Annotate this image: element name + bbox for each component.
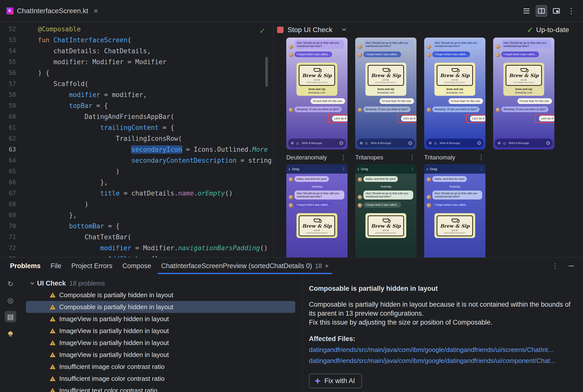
- brand-title: Brew & Sip: [438, 73, 471, 78]
- affected-file-link[interactable]: datingandfriends/src/main/java/com/ibm/g…: [309, 356, 573, 365]
- problem-row[interactable]: !Insufficient text color contrast ratio: [26, 384, 295, 392]
- code-line[interactable]: 53fun ChatInterfaceScreen(: [0, 34, 273, 46]
- chevron-down-icon[interactable]: [342, 27, 346, 31]
- emoji-icon[interactable]: ☺: [296, 141, 300, 145]
- back-icon[interactable]: ‹: [426, 166, 428, 172]
- code-line[interactable]: 60 DatingAndFriendsAppBar(: [0, 111, 273, 122]
- code-line[interactable]: 69 },: [0, 210, 273, 220]
- preview-frame-icon[interactable]: [551, 5, 562, 17]
- code-line[interactable]: 67 title = chatDetails.name.orEmpty(): [0, 188, 273, 199]
- panel-tab[interactable]: Project Errors: [67, 258, 118, 274]
- code-line[interactable]: 72 modifier = Modifier.navigationBarsPad…: [0, 242, 273, 254]
- camera-icon[interactable]: [409, 141, 412, 145]
- minimize-icon[interactable]: [568, 266, 574, 266]
- split-editor-icon[interactable]: [536, 5, 547, 17]
- message-input-bar[interactable]: ⊕☺Write A Message: [357, 138, 415, 148]
- preview-phone[interactable]: ‹Greg⋮Haha, next time for sure!Yesterday…: [355, 164, 416, 258]
- problem-row[interactable]: !Insufficient image color contrast ratio: [26, 361, 295, 372]
- line-number: 69: [0, 210, 16, 220]
- preview-phone[interactable]: Hey! Should we go to that cafe you menti…: [424, 38, 485, 150]
- fix-with-ai-button[interactable]: Fix with AI: [309, 374, 362, 388]
- camera-icon[interactable]: [340, 141, 343, 145]
- kebab-menu-icon[interactable]: ⋮: [478, 154, 485, 161]
- preview-eye-icon[interactable]: ◎: [5, 294, 16, 306]
- code-line[interactable]: 55 modifier: Modifier = Modifier: [0, 56, 273, 68]
- problem-row[interactable]: !ImageView is partially hidden in layout: [26, 313, 295, 325]
- code-line[interactable]: 59 topBar = {: [0, 100, 273, 111]
- panel-tab[interactable]: File: [46, 258, 67, 274]
- message-input-bar[interactable]: ⊕☺Write A Message: [495, 138, 553, 148]
- code-line[interactable]: 62 TrailingIconsRow(: [0, 133, 273, 144]
- emoji-icon[interactable]: ☺: [503, 141, 506, 145]
- tree-group-header[interactable]: UI Check 18 problems: [21, 278, 302, 289]
- code-line[interactable]: 61 trailingContent = {: [0, 122, 273, 133]
- details-view-icon[interactable]: ▤: [5, 311, 16, 322]
- message-input-bar[interactable]: ⊕☺Write A Message: [288, 138, 346, 148]
- code-line[interactable]: 68 ): [0, 199, 273, 210]
- problem-row[interactable]: !ImageView is partially hidden in layout: [26, 325, 295, 337]
- refresh-icon[interactable]: ↻: [5, 278, 16, 290]
- problem-row[interactable]: !ImageView is partially hidden in layout: [26, 337, 295, 349]
- back-icon[interactable]: ‹: [358, 166, 359, 172]
- plus-icon[interactable]: ⊕: [498, 141, 501, 145]
- code-line[interactable]: 54 chatDetails: ChatDetails,: [0, 46, 273, 56]
- preview-label-text: Tritanopes: [355, 154, 383, 161]
- code-token: = {: [92, 102, 108, 110]
- tab-close-icon[interactable]: ×: [325, 262, 329, 270]
- lightbulb-icon[interactable]: [5, 327, 16, 339]
- affected-file-link[interactable]: datingandfriends/src/main/java/com/ibm/g…: [309, 345, 573, 354]
- collapse-chevron-icon[interactable]: [30, 280, 34, 284]
- chat-message-hidden: Let's do it!: [493, 116, 554, 122]
- code-line[interactable]: 70 bottomBar = {: [0, 220, 273, 232]
- problem-row[interactable]: !Composable is partially hidden in layou…: [26, 289, 295, 301]
- structure-icon[interactable]: [521, 5, 532, 17]
- plus-icon[interactable]: ⊕: [429, 141, 432, 145]
- kebab-menu-icon[interactable]: ⋮: [340, 154, 348, 161]
- panel-tab[interactable]: Problems: [5, 258, 46, 274]
- code-line[interactable]: 71 ChatTextBar(: [0, 232, 273, 242]
- problem-row[interactable]: !ImageView is partially hidden in layout: [26, 349, 295, 361]
- kebab-menu-icon[interactable]: ⋮: [411, 167, 414, 171]
- preview-phone[interactable]: ‹Greg⋮Haha, next time for sure!Yesterday…: [286, 164, 348, 258]
- stop-ui-check-button[interactable]: Stop UI Check: [277, 26, 346, 34]
- code-editor[interactable]: 52@Composable53fun ChatInterfaceScreen(5…: [0, 22, 273, 258]
- editor-tab[interactable]: K ChatInterfaceScreen.kt ×: [3, 0, 105, 22]
- code-line[interactable]: 52@Composable: [0, 24, 273, 34]
- preview-phone[interactable]: Hey! Should we go to that cafe you menti…: [493, 38, 554, 150]
- code-line[interactable]: 73 onAddClick = {}: [0, 254, 273, 258]
- plus-icon[interactable]: ⊕: [360, 141, 363, 145]
- kebab-menu-icon[interactable]: ⋮: [409, 154, 416, 161]
- emoji-icon[interactable]: ☺: [434, 141, 437, 145]
- kebab-menu-icon[interactable]: ⋮: [342, 167, 345, 171]
- preview-phone[interactable]: Hey! Should we go to that cafe you menti…: [286, 38, 348, 150]
- chat-bubble: Hey! Should we go to that cafe you menti…: [501, 40, 551, 49]
- tab-close-icon[interactable]: ×: [94, 7, 98, 15]
- emoji-icon[interactable]: ☺: [365, 141, 368, 145]
- panel-tab[interactable]: Compose: [118, 258, 156, 274]
- preview-phone[interactable]: Hey! Should we go to that cafe you menti…: [355, 38, 416, 150]
- code-line[interactable]: 58 modifier = modifier,: [0, 89, 273, 100]
- kebab-menu-icon[interactable]: ⋮: [552, 262, 559, 270]
- code-line[interactable]: 65 ): [0, 166, 273, 177]
- problem-row[interactable]: !Insufficient image color contrast ratio: [26, 372, 295, 384]
- chat-message-hidden: Let's do it!: [424, 116, 485, 122]
- preview-phone[interactable]: ‹Greg⋮Haha, next time for sure!Yesterday…: [424, 164, 485, 258]
- code-line[interactable]: 64 secondaryContentDescription = string: [0, 155, 273, 166]
- camera-icon[interactable]: [546, 141, 550, 145]
- code-line[interactable]: 66 },: [0, 177, 273, 188]
- chat-message-hidden: Let's do it!: [355, 116, 416, 122]
- avatar: [427, 108, 431, 112]
- kebab-menu-icon[interactable]: ⋮: [480, 167, 483, 171]
- plus-icon[interactable]: ⊕: [291, 141, 294, 145]
- back-icon[interactable]: ‹: [288, 166, 290, 172]
- message-input-bar[interactable]: ⊕☺Write A Message: [426, 138, 484, 148]
- editor-scrollbar[interactable]: [265, 57, 268, 87]
- code-line[interactable]: 63 secondaryIcon = Icons.Outlined.More: [0, 144, 273, 155]
- problem-row[interactable]: !Composable is partially hidden in layou…: [26, 301, 295, 313]
- camera-icon[interactable]: [477, 141, 481, 145]
- code-line[interactable]: 57 Scaffold(: [0, 78, 273, 89]
- kebab-menu-icon[interactable]: ⋮: [565, 5, 577, 17]
- avatar: [289, 203, 293, 208]
- code-line[interactable]: 56) {: [0, 68, 273, 78]
- panel-tab[interactable]: ChatInterfaceScreenPreview (sortedChatDe…: [156, 258, 334, 274]
